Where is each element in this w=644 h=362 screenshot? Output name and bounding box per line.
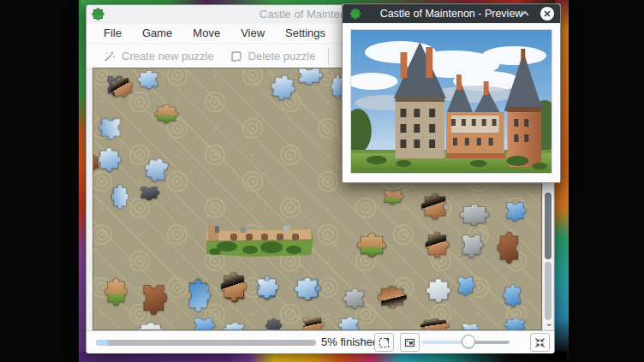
puzzle-piece[interactable] — [139, 279, 169, 317]
puzzle-piece[interactable] — [420, 192, 450, 221]
puzzle-piece[interactable] — [265, 317, 283, 330]
puzzle-preview-image — [350, 29, 552, 174]
zoom-slider-handle[interactable] — [462, 335, 475, 348]
menu-view[interactable]: View — [230, 24, 275, 43]
puzzle-piece[interactable] — [190, 315, 217, 330]
puzzle-piece[interactable] — [425, 277, 452, 304]
delete-puzzle-button[interactable]: Delete puzzle — [222, 45, 324, 68]
delete-puzzle-icon — [230, 50, 243, 63]
assembled-piece-cluster[interactable] — [201, 226, 316, 257]
puzzle-piece[interactable] — [222, 322, 248, 330]
puzzle-piece[interactable] — [459, 322, 480, 330]
puzzle-piece[interactable] — [503, 317, 529, 330]
toolbar-separator — [328, 48, 329, 65]
puzzle-piece[interactable] — [496, 230, 522, 265]
progress-label: 5% finished — [321, 331, 379, 353]
preview-toggle-icon — [403, 336, 416, 349]
puzzle-piece[interactable] — [219, 270, 248, 303]
menu-file[interactable]: File — [93, 24, 132, 43]
puzzle-piece[interactable] — [380, 187, 405, 205]
puzzle-piece[interactable] — [455, 273, 476, 297]
create-new-puzzle-label: Create new puzzle — [122, 50, 214, 62]
puzzle-piece[interactable] — [337, 316, 362, 330]
puzzle-piece[interactable] — [424, 230, 450, 259]
zoom-slider[interactable] — [422, 341, 510, 344]
close-icon — [543, 9, 552, 18]
menu-game[interactable]: Game — [132, 24, 182, 43]
puzzle-piece[interactable] — [355, 232, 388, 258]
status-bar: 5% finished — [86, 330, 554, 353]
puzzle-piece[interactable] — [92, 154, 101, 171]
puzzle-piece[interactable] — [419, 317, 451, 330]
delete-puzzle-label: Delete puzzle — [248, 50, 316, 62]
puzzle-piece[interactable] — [458, 203, 491, 227]
preview-toggle-button[interactable] — [400, 333, 420, 352]
shade-icon[interactable] — [518, 7, 532, 21]
puzzle-piece[interactable] — [153, 104, 180, 124]
puzzle-piece[interactable] — [342, 288, 368, 310]
puzzle-piece[interactable] — [136, 322, 165, 330]
select-tool-icon — [378, 336, 391, 349]
puzzle-progress-fill — [96, 340, 108, 346]
puzzle-progress-bar — [96, 340, 316, 346]
scrollbar-thumb[interactable] — [545, 193, 552, 259]
puzzle-piece[interactable] — [98, 115, 125, 141]
puzzle-piece[interactable] — [293, 276, 322, 301]
fit-view-button[interactable] — [530, 333, 550, 352]
puzzle-piece[interactable] — [502, 283, 524, 308]
puzzle-piece[interactable] — [458, 230, 485, 259]
scrollbar-track-shade — [545, 262, 552, 320]
menu-settings[interactable]: Settings — [275, 24, 336, 43]
fit-view-icon — [534, 336, 546, 349]
puzzle-piece[interactable] — [294, 68, 325, 86]
puzzle-piece[interactable] — [299, 315, 325, 330]
menu-move[interactable]: Move — [182, 24, 230, 43]
magic-wand-icon — [103, 50, 116, 63]
puzzle-piece[interactable] — [104, 276, 128, 307]
puzzle-piece[interactable] — [136, 69, 162, 90]
palapeli-app-icon — [92, 8, 104, 21]
puzzle-piece[interactable] — [376, 285, 408, 310]
preview-window: Castle of Maintenon - Preview — [342, 3, 561, 183]
puzzle-piece[interactable] — [110, 183, 129, 211]
create-new-puzzle-button[interactable]: Create new puzzle — [95, 45, 222, 68]
puzzle-piece[interactable] — [253, 275, 280, 300]
puzzle-piece[interactable] — [140, 153, 175, 186]
puzzle-piece[interactable] — [137, 184, 161, 201]
scrollbar-down-arrow-icon[interactable]: ⌄ — [543, 317, 555, 329]
close-button[interactable] — [540, 7, 554, 21]
puzzle-piece[interactable] — [185, 277, 212, 314]
preview-titlebar[interactable]: Castle of Maintenon - Preview — [343, 4, 560, 23]
puzzle-piece[interactable] — [503, 199, 528, 223]
select-tool-button[interactable] — [374, 333, 394, 352]
